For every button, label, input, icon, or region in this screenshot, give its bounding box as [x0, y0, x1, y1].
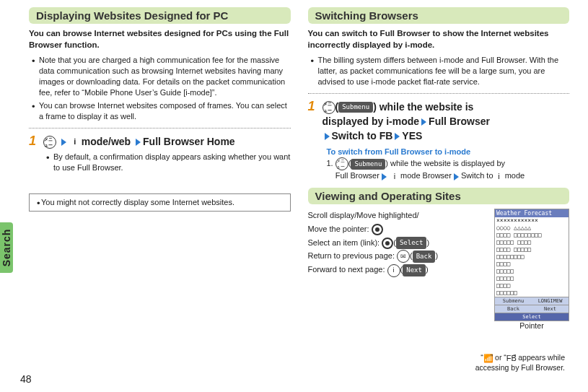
op-line: Scroll display/Move highlighted/	[308, 209, 495, 222]
bullet-item: The billing system differs between i-mod…	[308, 55, 570, 87]
sub-text: 1.	[327, 159, 335, 167]
step-text: Full Browser	[429, 116, 490, 127]
step-note: By default, a confirmation display appea…	[43, 152, 290, 173]
viewing-operating-section: Viewing and Operating Sites Scroll displ…	[308, 188, 570, 372]
op-line: Return to previous page: ✉(Back)	[308, 249, 495, 263]
subsection-body: 1. メニュー(Submenu) while the website is di…	[327, 157, 570, 182]
phone-softkey-back: Back	[495, 305, 532, 313]
op-line: Select an item (link): (Select)	[308, 236, 495, 250]
fb-access-icon: 📶	[483, 354, 491, 363]
phone-preview: Weather Forecast ×××××××××××× ○○○○ △△△△△…	[494, 209, 569, 321]
phone-line: ○○○○ △△△△△	[495, 225, 569, 232]
sub-text: ) while the website is displayed by	[385, 159, 505, 167]
bullet-item: You can browse Internet websites compose…	[29, 100, 291, 122]
step-number: 1	[29, 134, 36, 147]
arrow-icon	[136, 139, 141, 146]
menu-key-icon: メニュー	[335, 157, 348, 170]
note-bullet: You might not correctly display some Int…	[34, 197, 286, 208]
step-text: mode/web	[79, 136, 131, 147]
phone-line: □□□□□	[495, 275, 569, 282]
imode-icon: i	[391, 171, 398, 182]
step-row: 1 メニュー i mode/web Full Browser Home By d…	[29, 134, 291, 176]
imode-key-icon: i	[387, 264, 400, 277]
step-text: YES	[402, 130, 422, 141]
submenu-pill: Submenu	[351, 159, 385, 170]
phone-line: □□□□ □□□□□□□□	[495, 232, 569, 239]
phone-preview-titlebar: Weather Forecast	[495, 209, 569, 217]
arrow-icon	[382, 173, 387, 180]
step-text: Full Browser Home	[143, 136, 235, 147]
side-tab-label: Search	[1, 229, 12, 267]
phone-softkeys: Submenu LONGIMEW Back Next Select	[495, 297, 569, 321]
pointer-label: Pointer	[494, 321, 569, 330]
submenu-pill: Submenu	[338, 102, 373, 113]
step-text: ) while the website is	[373, 101, 473, 113]
sub-text: Switch to	[461, 171, 496, 180]
menu-key-icon: メニュー	[43, 136, 56, 149]
phone-softkey-long: LONGIMEW	[532, 297, 569, 305]
section-header-displaying: Displaying Websites Designed for PC	[29, 7, 291, 24]
arrow-icon	[454, 173, 459, 180]
arrow-icon	[421, 118, 426, 126]
divider-dotted	[29, 128, 291, 129]
lead-text: You can browse Internet websites designe…	[29, 28, 291, 51]
step-body: メニュー(Submenu) while the website is displ…	[322, 100, 569, 144]
phone-softkey-select: Select	[495, 313, 569, 321]
sub-text: mode Browser	[398, 171, 452, 180]
note-box: You might not correctly display some Int…	[29, 193, 291, 212]
mail-key-icon: ✉	[397, 250, 410, 263]
page-number: 48	[20, 373, 32, 385]
multi-selector-icon	[382, 238, 393, 249]
section-header-viewing: Viewing and Operating Sites	[308, 188, 570, 204]
arrow-icon	[61, 139, 66, 146]
phone-preview-wrap: Weather Forecast ×××××××××××× ○○○○ △△△△△…	[494, 209, 569, 330]
bullet-item: By default, a confirmation display appea…	[43, 152, 290, 173]
lead-text: You can switch to Full Browser to show t…	[308, 28, 570, 51]
footer-note: “📶” or “FB” appears while accessing by F…	[308, 353, 570, 372]
phone-line: □□□□□ □□□□	[495, 239, 569, 246]
op-line: Forward to next page: i(Next)	[308, 263, 495, 276]
phone-line: □□□□□	[495, 268, 569, 275]
back-pill: Back	[413, 251, 436, 263]
step-text: displayed by i-mode	[322, 116, 420, 127]
fb-access-icon-alt: FB	[506, 354, 514, 362]
left-column: Displaying Websites Designed for PC You …	[0, 7, 298, 357]
step-text: Switch to FB	[332, 130, 393, 141]
step-number: 1	[308, 100, 315, 113]
phone-line: □□□□□□	[495, 289, 569, 297]
multi-selector-icon	[372, 224, 383, 235]
menu-key-icon: メニュー	[322, 101, 335, 114]
sub-text: Full Browser	[335, 171, 379, 180]
phone-line: □□□□	[495, 261, 569, 268]
phone-line: □□□□□□□□	[495, 253, 569, 261]
view-ops-row: Scroll display/Move highlighted/ Move th…	[308, 209, 570, 330]
right-column: Switching Browsers You can switch to Ful…	[298, 7, 574, 357]
bullet-item: Note that you are charged a high communi…	[29, 55, 291, 97]
next-pill: Next	[403, 264, 426, 276]
section-header-switching: Switching Browsers	[308, 7, 570, 24]
page-content: Displaying Websites Designed for PC You …	[0, 0, 588, 365]
step-row: 1 メニュー(Submenu) while the website is dis…	[308, 100, 570, 144]
footer-note-text: “📶” or “FB” appears while accessing by F…	[308, 353, 570, 372]
side-tab: Search	[0, 222, 13, 273]
subsection-heading: To switch from Full Browser to i-mode	[327, 147, 570, 156]
phone-line: ××××××××××××	[495, 217, 569, 225]
imode-icon: i	[496, 171, 503, 182]
phone-line: □□□□ □□□□□	[495, 246, 569, 253]
select-pill: Select	[396, 237, 427, 249]
phone-softkey-submenu: Submenu	[495, 297, 532, 305]
op-line: Move the pointer:	[308, 222, 495, 236]
sub-text: mode	[503, 171, 525, 180]
arrow-icon	[325, 133, 330, 140]
phone-line: □□□□	[495, 282, 569, 289]
step-body: メニュー i mode/web Full Browser Home By def…	[43, 134, 290, 176]
phone-softkey-next: Next	[532, 305, 569, 313]
operations-list: Scroll display/Move highlighted/ Move th…	[308, 209, 495, 276]
imode-icon: i	[71, 136, 79, 148]
divider-dotted	[308, 93, 570, 94]
arrow-icon	[395, 133, 400, 140]
